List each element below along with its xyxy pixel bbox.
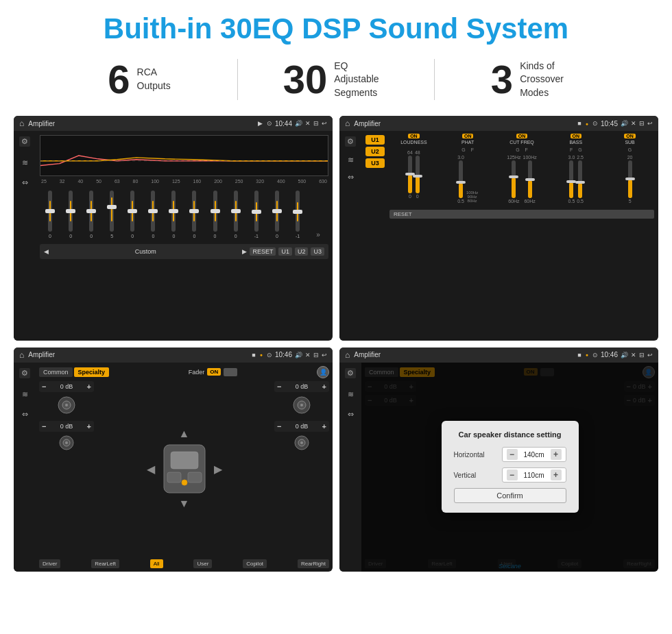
copilot-btn[interactable]: Copilot [243, 559, 267, 568]
common-tab[interactable]: Common [39, 367, 73, 377]
amp-close-icon[interactable]: ✕ [631, 120, 636, 127]
dist-dot-icon: ■ [577, 352, 581, 358]
amp-volume-icon[interactable]: 🔊 [621, 120, 628, 127]
amp-sidebar-icon-3[interactable]: ⇔ [348, 173, 354, 181]
arrow-right[interactable]: ▶ [214, 462, 222, 475]
db-minus-4[interactable]: − [277, 422, 281, 430]
db-minus-2[interactable]: − [42, 422, 46, 430]
u2-btn[interactable]: U2 [295, 247, 309, 256]
fader-slider-indicator[interactable] [224, 368, 237, 376]
fader-on-badge[interactable]: ON [207, 368, 221, 376]
amp-minimize-icon[interactable]: ⊟ [639, 120, 645, 127]
next-icon[interactable]: ▶ [242, 248, 247, 255]
eq-slider-4[interactable]: 5 [110, 191, 114, 239]
db-plus-3[interactable]: + [322, 382, 326, 391]
reset-btn[interactable]: RESET [250, 247, 276, 256]
db-plus-4[interactable]: + [322, 422, 326, 430]
amp-sidebar-icon-2[interactable]: ≋ [348, 156, 354, 164]
play-icon[interactable]: ▶ [258, 120, 263, 127]
u3-btn[interactable]: U3 [311, 247, 324, 256]
eq-slider-12[interactable]: 0 [275, 191, 279, 239]
dist-home-icon[interactable]: ⌂ [345, 350, 350, 360]
eq-slider-10[interactable]: 0 [234, 191, 238, 239]
amp-reset-btn[interactable]: RESET [389, 210, 654, 219]
dist-sidebar-icon-2[interactable]: ≋ [348, 391, 354, 398]
dist-back-icon[interactable]: ↩ [647, 352, 653, 358]
fader-close-icon[interactable]: ✕ [305, 352, 311, 358]
user-btn[interactable]: User [193, 559, 212, 568]
eq-slider-2[interactable]: 0 [69, 191, 73, 239]
dist-volume-icon[interactable]: 🔊 [621, 352, 628, 358]
db-minus-3[interactable]: − [277, 382, 281, 391]
eq-sidebar-icon-3[interactable]: ⇔ [22, 179, 28, 186]
horizontal-plus-btn[interactable]: + [551, 449, 562, 460]
amp-u1-btn[interactable]: U1 [365, 135, 385, 145]
db-minus-1[interactable]: − [42, 382, 46, 391]
confirm-button[interactable]: Confirm [454, 488, 566, 503]
phat-on-badge[interactable]: ON [462, 134, 474, 138]
fader-sidebar-icon-3[interactable]: ⇔ [22, 411, 28, 418]
amp-u3-btn[interactable]: U3 [365, 158, 385, 168]
u1-btn[interactable]: U1 [278, 247, 292, 256]
eq-slider-8[interactable]: 0 [192, 191, 196, 239]
fader-volume-icon[interactable]: 🔊 [295, 352, 302, 358]
driver-btn[interactable]: Driver [39, 559, 60, 568]
eq-slider-5[interactable]: 0 [130, 191, 134, 239]
volume-icon[interactable]: 🔊 [295, 120, 302, 127]
horizontal-value: 140cm [520, 451, 548, 459]
rearleft-btn[interactable]: RearLeft [91, 559, 119, 568]
close-icon[interactable]: ✕ [305, 120, 311, 127]
stat-eq: 30 EQ Adjustable Segments [238, 60, 434, 100]
amp-back-icon[interactable]: ↩ [647, 120, 653, 127]
amp-home-icon[interactable]: ⌂ [345, 119, 350, 128]
amp-sidebar-icon-1[interactable]: ⚙ [345, 136, 356, 147]
fader-status-icons: ⊙ 10:46 🔊 ✕ ⊟ ↩ [267, 351, 327, 358]
prev-icon[interactable]: ◀ [44, 248, 49, 255]
eq-sidebar-icon-2[interactable]: ≋ [22, 159, 28, 167]
dist-minimize-icon[interactable]: ⊟ [639, 352, 645, 358]
eq-slider-7[interactable]: 0 [171, 191, 176, 239]
eq-slider-9[interactable]: 0 [213, 191, 217, 239]
profile-icon[interactable]: 👤 [317, 366, 329, 378]
dist-time: 10:46 [601, 351, 618, 358]
specialty-tab[interactable]: Specialty [74, 367, 110, 377]
dialog-vertical-row: Vertical − 110cm + [454, 467, 566, 483]
scroll-right-icon[interactable]: » [316, 231, 320, 239]
arrow-up[interactable]: ▲ [179, 428, 190, 440]
bass-on-badge[interactable]: ON [571, 134, 582, 138]
minimize-icon[interactable]: ⊟ [313, 120, 319, 127]
horizontal-minus-btn[interactable]: − [507, 449, 518, 460]
vertical-plus-btn[interactable]: + [551, 470, 562, 480]
bass-label: BASS [569, 140, 582, 145]
eq-slider-1[interactable]: 0 [48, 191, 52, 239]
dist-close-icon[interactable]: ✕ [631, 352, 636, 358]
fader-sidebar-icon-1[interactable]: ⚙ [19, 368, 30, 378]
arrow-down[interactable]: ▼ [179, 498, 190, 510]
fader-sidebar-icon-2[interactable]: ≋ [22, 391, 28, 398]
fader-back-icon[interactable]: ↩ [322, 352, 327, 358]
dist-sidebar-icon-1[interactable]: ⚙ [345, 368, 356, 378]
fader-home-icon[interactable]: ⌂ [19, 350, 24, 360]
home-icon[interactable]: ⌂ [19, 119, 24, 128]
back-icon[interactable]: ↩ [322, 120, 327, 127]
amp-u2-btn[interactable]: U2 [365, 147, 385, 156]
eq-slider-3[interactable]: 0 [89, 191, 93, 239]
arrow-left[interactable]: ◀ [147, 462, 155, 475]
db-plus-1[interactable]: + [87, 382, 91, 391]
db-plus-2[interactable]: + [87, 422, 91, 430]
eq-sidebar-icon-1[interactable]: ⚙ [19, 136, 30, 147]
rearright-btn[interactable]: RearRight [298, 559, 329, 568]
freq-500: 500 [298, 179, 307, 184]
eq-slider-11[interactable]: -1 [254, 191, 259, 239]
all-btn[interactable]: All [150, 559, 163, 568]
eq-slider-13[interactable]: -1 [296, 191, 300, 239]
sub-on-badge[interactable]: ON [624, 134, 636, 138]
eq-slider-6[interactable]: 0 [151, 191, 155, 239]
loudness-on-badge[interactable]: ON [408, 134, 420, 138]
fader-minimize-icon[interactable]: ⊟ [313, 352, 319, 358]
cutfreq-on-badge[interactable]: ON [516, 134, 528, 138]
vertical-minus-btn[interactable]: − [507, 470, 518, 480]
stat-rca-number: 6 [108, 60, 130, 99]
speaker-icon-bottom-right [274, 435, 329, 454]
dist-sidebar-icon-3[interactable]: ⇔ [348, 411, 354, 418]
